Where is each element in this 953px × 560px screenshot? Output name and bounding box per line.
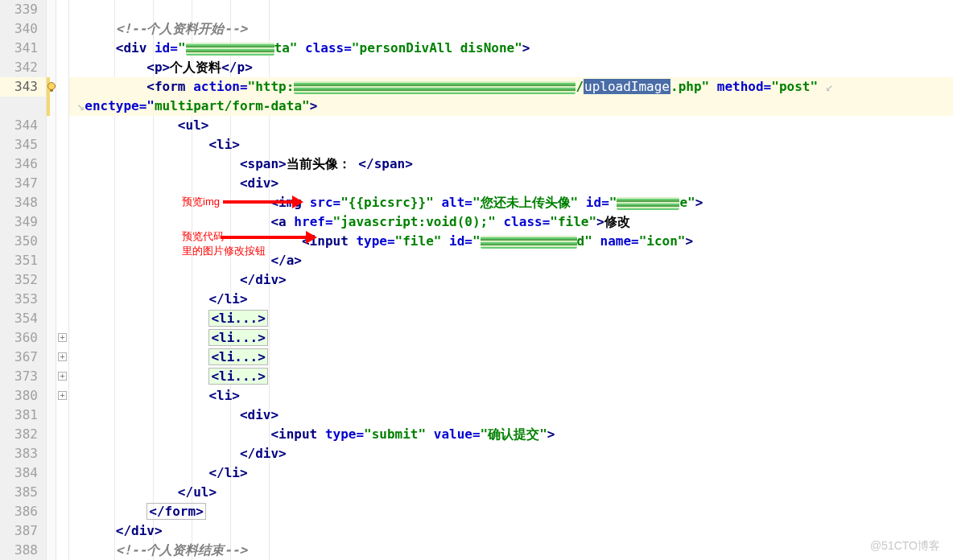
code-line[interactable]: <li...> xyxy=(69,348,953,367)
line-number: 347 xyxy=(0,174,46,193)
line-number: 348 xyxy=(0,193,46,212)
line-number: 388 xyxy=(0,541,46,560)
code-area[interactable]: <!--个人资料开始--> <div id="ta" class="person… xyxy=(69,0,953,560)
change-marker-strip xyxy=(47,0,56,560)
code-line[interactable]: <li...> xyxy=(69,367,953,386)
line-number: 384 xyxy=(0,463,46,483)
code-line[interactable]: <input type="submit" value="确认提交"> xyxy=(69,425,953,444)
line-number: 342 xyxy=(0,58,46,77)
code-line[interactable]: <span>当前头像： </span> xyxy=(69,154,953,174)
line-number: 352 xyxy=(0,270,46,290)
line-number: 344 xyxy=(0,116,46,135)
code-line[interactable]: <li...> xyxy=(69,328,953,348)
code-line[interactable]: <ul> xyxy=(69,116,953,135)
code-line[interactable]: ↘enctype="multipart/form-data"> xyxy=(69,97,953,116)
line-number: 349 xyxy=(0,212,46,232)
fold-strip: + + + + xyxy=(56,0,69,560)
line-number: 343 xyxy=(0,77,46,97)
line-number: 360 xyxy=(0,328,46,348)
line-number: 386 xyxy=(0,502,46,521)
line-number: 346 xyxy=(0,154,46,174)
code-line[interactable]: <div> xyxy=(69,174,953,193)
fold-toggle[interactable]: + xyxy=(58,352,67,361)
line-number: 367 xyxy=(0,348,46,367)
code-line[interactable]: </div> xyxy=(69,444,953,463)
code-line[interactable]: </ul> xyxy=(69,483,953,502)
svg-point-0 xyxy=(48,83,56,90)
line-number: 383 xyxy=(0,444,46,463)
code-line[interactable]: </div> xyxy=(69,521,953,541)
code-line[interactable]: </li> xyxy=(69,290,953,309)
line-number: 353 xyxy=(0,290,46,309)
line-number: 350 xyxy=(0,232,46,251)
line-number xyxy=(0,97,46,116)
code-line[interactable]: <!--个人资料开始--> xyxy=(69,19,953,39)
code-line[interactable]: <li> xyxy=(69,135,953,154)
fold-toggle[interactable]: + xyxy=(58,391,67,400)
code-line[interactable]: <!--个人资料结束--> xyxy=(69,541,953,560)
code-line[interactable]: <form action="http:/uploadImage.php" met… xyxy=(69,77,953,97)
fold-toggle[interactable]: + xyxy=(58,372,67,381)
code-line[interactable]: <li> xyxy=(69,386,953,406)
line-number: 387 xyxy=(0,521,46,541)
line-number: 380 xyxy=(0,386,46,406)
code-line[interactable]: <li...> xyxy=(69,309,953,328)
svg-marker-4 xyxy=(292,196,303,208)
line-number: 381 xyxy=(0,406,46,425)
watermark: @51CTO博客 xyxy=(870,539,940,554)
svg-rect-2 xyxy=(51,91,53,92)
line-number-gutter: 3393403413423433443453463473483493503513… xyxy=(0,0,47,560)
code-line[interactable]: <div id="ta" class="personDivAll disNone… xyxy=(69,39,953,58)
svg-marker-6 xyxy=(306,231,317,244)
annotation-preview-code: 预览代码里的图片修改按钮 xyxy=(182,227,317,261)
fold-toggle[interactable]: + xyxy=(58,333,67,342)
code-line[interactable]: <div> xyxy=(69,406,953,425)
code-line[interactable]: </form> xyxy=(69,502,953,521)
annotation-preview-img: 预览img xyxy=(182,191,303,212)
line-number: 340 xyxy=(0,19,46,39)
line-number: 354 xyxy=(0,309,46,328)
code-line[interactable]: </div> xyxy=(69,270,953,290)
line-number: 373 xyxy=(0,367,46,386)
code-line[interactable]: <p>个人资料</p> xyxy=(69,58,953,77)
svg-rect-1 xyxy=(50,89,53,91)
line-number: 351 xyxy=(0,251,46,270)
code-line[interactable]: </li> xyxy=(69,463,953,483)
code-editor: 3393403413423433443453463473483493503513… xyxy=(0,0,953,560)
line-number: 382 xyxy=(0,425,46,444)
line-number: 385 xyxy=(0,483,46,502)
intention-bulb-icon[interactable] xyxy=(45,80,58,93)
line-number: 341 xyxy=(0,39,46,58)
line-number: 339 xyxy=(0,0,46,19)
code-line[interactable] xyxy=(69,0,953,19)
line-number: 345 xyxy=(0,135,46,154)
